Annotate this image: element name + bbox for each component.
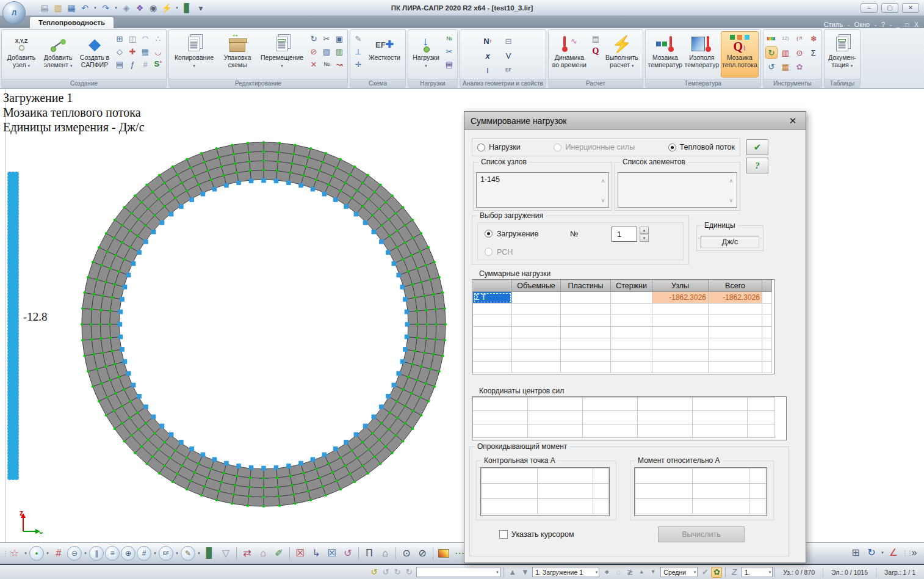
filter-icon[interactable]: ▽: [218, 546, 233, 561]
radio-loads[interactable]: [477, 144, 485, 151]
qa-open-icon[interactable]: ▥: [52, 2, 63, 13]
storey-icon[interactable]: ▤: [114, 58, 126, 70]
summary-table[interactable]: ОбъемныеПластиныСтержниУзлыВсегоΣ T-1862…: [472, 279, 774, 374]
dialog-close-icon[interactable]: ✕: [786, 115, 799, 126]
dropdown-caret-icon[interactable]: ▾: [93, 5, 98, 10]
documentation-button[interactable]: Докумен-тация ▾: [826, 31, 858, 78]
refresh-icon[interactable]: ↺: [765, 60, 778, 73]
scroll-up-icon[interactable]: ∧: [599, 178, 607, 184]
down2-icon[interactable]: ▼: [648, 567, 659, 578]
generate-icon[interactable]: ∴: [152, 32, 164, 45]
mosaic-heat-flux-button[interactable]: Q⌇ Мозаикатепл.потока: [721, 31, 759, 78]
scroll-down-icon[interactable]: ∨: [727, 197, 735, 203]
rebar-splus-icon[interactable]: S+: [152, 58, 164, 70]
dropdown-caret-icon[interactable]: ▾: [83, 551, 88, 556]
summary-col-header[interactable]: Всего: [709, 280, 762, 292]
redo-icon[interactable]: ↻: [392, 567, 403, 578]
tab-heat-conduction[interactable]: Теплопроводность: [29, 16, 114, 28]
diagram3d-icon[interactable]: ▊: [203, 546, 217, 561]
report-icon[interactable]: ▤: [590, 32, 602, 45]
pt-icon[interactable]: П: [362, 546, 377, 561]
averaging-combo[interactable]: Средни▾: [660, 567, 698, 577]
frame-nodes-icon[interactable]: #: [51, 546, 66, 561]
undo-all-icon[interactable]: ↺: [369, 567, 380, 578]
histogram-icon[interactable]: ▥: [779, 46, 792, 59]
add-element-button[interactable]: Добавитьэлемент ▾: [40, 31, 76, 78]
trajectory-icon[interactable]: ↝: [333, 58, 345, 70]
history-combo[interactable]: ▾: [416, 567, 500, 577]
frame-group-icon[interactable]: ⌂: [256, 546, 270, 561]
mosaic-leaf-icon[interactable]: ✿: [711, 567, 722, 578]
chevrons-icon[interactable]: »: [907, 545, 922, 560]
app-logo-icon[interactable]: Л: [2, 1, 26, 24]
wrench-icon[interactable]: ✎: [352, 32, 364, 45]
qa-3d-icon[interactable]: ◈: [121, 2, 132, 13]
minimize-button[interactable]: –: [861, 3, 878, 13]
run-calculation-button[interactable]: ⚡ Выполнитьрасчет ▾: [603, 31, 641, 78]
block-x2-icon[interactable]: ☒: [325, 546, 339, 561]
node-select-icon[interactable]: ●: [29, 546, 44, 561]
sigma-icon[interactable]: Σ: [807, 46, 820, 59]
point-mark-icon[interactable]: ⌖: [601, 567, 612, 578]
supports-icon[interactable]: ⊥: [352, 45, 364, 57]
scroll-down-icon[interactable]: ∨: [599, 197, 607, 203]
zoomout-icon[interactable]: ⊘: [415, 546, 430, 561]
brush-icon[interactable]: ✐: [272, 546, 286, 561]
stiffness-button[interactable]: EF✚ Жесткости: [366, 31, 403, 78]
loads-button[interactable]: Нагрузки▾: [410, 31, 442, 78]
truss-icon[interactable]: ◇: [114, 45, 126, 57]
qa-camera-icon[interactable]: ◉: [148, 2, 159, 13]
table-icon[interactable]: ⊞: [848, 545, 863, 560]
control-point-a-table[interactable]: [480, 467, 610, 516]
pack-scheme-button[interactable]: Упаковкасхемы: [218, 31, 256, 78]
ef-check-icon[interactable]: EF: [502, 64, 514, 76]
undo-icon[interactable]: ↺: [380, 567, 391, 578]
spin-up-icon[interactable]: ▲: [640, 227, 649, 234]
dropdown-caret-icon[interactable]: ▾: [880, 550, 885, 555]
spin-down-icon[interactable]: ▼: [640, 235, 649, 242]
radio-heat-flux[interactable]: [668, 144, 676, 151]
rotate-view-icon[interactable]: ↻: [864, 545, 879, 560]
punct-icon[interactable]: {?!: [793, 32, 806, 45]
attach-node-icon[interactable]: ✛: [352, 58, 364, 70]
horiz-elements-icon[interactable]: ≡: [105, 546, 120, 561]
close-button[interactable]: ✕: [902, 3, 919, 13]
dropdown-caret-icon[interactable]: ▾: [175, 5, 179, 10]
load-copy-icon[interactable]: ▤: [443, 58, 455, 70]
stopwatch-icon[interactable]: ⊙: [793, 46, 806, 59]
summary-col-header[interactable]: Объемные: [512, 280, 561, 292]
fragment-icon[interactable]: ▣: [333, 32, 345, 45]
rotate-copy-icon[interactable]: ↻: [308, 32, 320, 45]
lasso-icon[interactable]: ◌: [613, 567, 624, 578]
calculate-button[interactable]: Вычислить: [658, 526, 745, 542]
load-cut-icon[interactable]: ✂: [443, 45, 455, 57]
flower-icon[interactable]: ✿: [793, 60, 806, 73]
help-button[interactable]: ?: [746, 158, 768, 173]
ring-mesh-view[interactable]: [49, 110, 482, 542]
surface-z-icon[interactable]: ƒ: [126, 58, 139, 70]
dropdown-caret-icon[interactable]: ▾: [23, 551, 28, 556]
mirror-icon[interactable]: ⊘: [308, 45, 320, 57]
summary-col-header[interactable]: [473, 280, 512, 292]
maximize-button[interactable]: ▢: [881, 3, 898, 13]
grid-elements-icon[interactable]: #: [137, 546, 151, 561]
volume-check-icon[interactable]: ⊟: [502, 35, 514, 47]
dialog-title-bar[interactable]: Суммирование нагрузок ✕: [464, 112, 806, 130]
z-mode-icon[interactable]: Z: [729, 567, 740, 578]
qa-save-icon[interactable]: ▦: [66, 2, 77, 13]
menu-style[interactable]: Стиль: [822, 21, 845, 28]
color-scale-bar[interactable]: [7, 172, 19, 480]
node-list-input[interactable]: 1-145 ∧ ∨: [476, 172, 609, 208]
block-x-icon[interactable]: ☒: [293, 546, 308, 561]
redo-all-icon[interactable]: ↻: [403, 567, 414, 578]
create-in-sapfir-button[interactable]: ◆ Создать вСАПФИР: [77, 31, 112, 78]
summary-col-header[interactable]: Стержни: [611, 280, 652, 292]
element-list-input[interactable]: ∧ ∨: [618, 172, 737, 208]
cylinder-icon[interactable]: ◫: [126, 32, 139, 45]
copy-button[interactable]: Копирование▾: [171, 31, 217, 78]
radio-inertial[interactable]: [554, 144, 561, 151]
flows-icon[interactable]: ↻: [765, 46, 778, 59]
force-centers-table[interactable]: [472, 396, 787, 440]
frame-icon[interactable]: ⊞: [114, 32, 126, 45]
doc-minimize-button[interactable]: _: [895, 21, 902, 28]
